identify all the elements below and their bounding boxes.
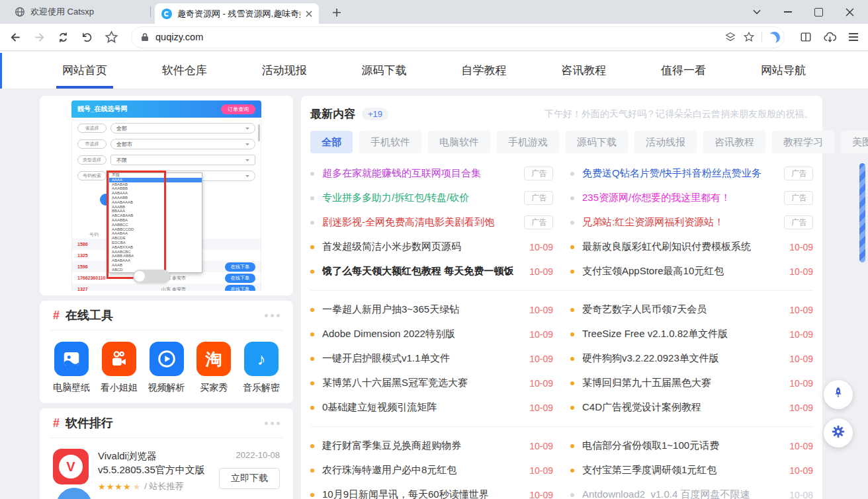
item-title[interactable]: 0基础建立短视频引流矩阵: [322, 401, 437, 414]
settings-button[interactable]: [824, 418, 853, 447]
list-item[interactable]: 10月9日新闻早讯，每天60秒读懂世界10-09: [310, 482, 553, 499]
order-online-button[interactable]: 在线下单: [225, 285, 255, 291]
back-icon[interactable]: [9, 31, 22, 44]
item-title[interactable]: 免费送Q钻名片赞/快手抖音粉丝点赞业务: [582, 167, 761, 180]
page-scrollbar[interactable]: [859, 163, 865, 262]
list-item[interactable]: Adobe Dimension 2022特别版10-09: [310, 322, 553, 346]
reload-icon[interactable]: [57, 31, 69, 44]
menu-icon[interactable]: [848, 32, 859, 42]
list-item[interactable]: 农行珠海特邀用户必中8元红包10-09: [310, 458, 553, 482]
list-item[interactable]: 一键开启护眼模式v1.1单文件10-09: [310, 346, 553, 371]
list-item[interactable]: 电信部分省份领取1~100元话费10-09: [570, 434, 813, 458]
app-row[interactable]: V Vivaldi浏览器 v5.5.2805.35官方中文版 ★★★★ ★ / …: [40, 438, 293, 492]
more-dots-icon[interactable]: [265, 422, 280, 425]
more-dots-icon[interactable]: [265, 314, 280, 317]
tool-item[interactable]: 视频解析: [146, 342, 188, 394]
item-title[interactable]: 235资源网/你想要的我这里都有！: [582, 192, 730, 204]
category-tab[interactable]: 全部: [310, 131, 353, 153]
promo-card[interactable]: 靓号_在线选号网 订单查询 省选择全部市选择全部市类型选择不限号码检索 号码 1…: [40, 96, 293, 295]
order-online-button[interactable]: 在线下单: [225, 274, 255, 283]
tool-item[interactable]: 电脑壁纸: [50, 342, 93, 394]
item-title[interactable]: 兄弟站:红尘资源网福利资源站！: [582, 216, 724, 229]
list-item[interactable]: 专业拼多多助力/拆红包/转盘/砍价广告: [310, 186, 553, 210]
new-tab-button[interactable]: [329, 5, 344, 20]
tab-close-icon[interactable]: [306, 11, 312, 17]
tool-item[interactable]: ♪音乐解密: [240, 342, 282, 394]
maximize-button[interactable]: [803, 0, 834, 24]
minimize-button[interactable]: [772, 0, 803, 24]
item-title[interactable]: 一拳超人新用户抽3~365天绿钻: [322, 303, 459, 316]
undo-icon[interactable]: [81, 31, 93, 44]
category-tab[interactable]: 电脑软件: [428, 131, 490, 153]
list-item[interactable]: 爱奇艺数字人民币领7天会员10-09: [570, 297, 813, 322]
list-item[interactable]: 一拳超人新用户抽3~365天绿钻10-09: [310, 297, 553, 322]
category-tab[interactable]: 手机游戏: [497, 131, 559, 153]
tool-item[interactable]: 淘买家秀: [193, 342, 235, 394]
list-item[interactable]: 最新改良版彩虹代刷知识付费模板系统10-09: [570, 235, 813, 259]
forward-icon[interactable]: [33, 31, 46, 44]
nav-item-值得一看[interactable]: 值得一看: [657, 52, 710, 89]
list-item[interactable]: 超多在家就能赚钱的互联网项目合集广告: [310, 161, 553, 186]
app-name[interactable]: Vivaldi浏览器: [98, 449, 219, 463]
list-item[interactable]: 剧迷影视-全网免费高清电影美剧看到饱广告: [310, 210, 553, 235]
nav-item-自学教程[interactable]: 自学教程: [457, 52, 510, 89]
item-title[interactable]: 饿了么每天领大额红包教程 每天免费一顿饭: [322, 265, 513, 278]
close-button[interactable]: [834, 0, 865, 24]
category-tab[interactable]: 手机软件: [359, 131, 421, 153]
list-item[interactable]: 免费送Q钻名片赞/快手抖音粉丝点赞业务广告: [570, 161, 813, 186]
item-title[interactable]: 一键开启护眼模式v1.1单文件: [322, 352, 450, 365]
item-title[interactable]: 首发超级简洁小米步数网页源码: [322, 241, 461, 253]
item-title[interactable]: C4D广告视觉设计案例教程: [582, 401, 701, 414]
item-title[interactable]: 10月9日新闻早讯，每天60秒读懂世界: [322, 488, 489, 499]
url-text[interactable]: quqizy.com: [155, 32, 203, 42]
nav-item-源码下载[interactable]: 源码下载: [358, 52, 411, 89]
nav-item-网站导航[interactable]: 网站导航: [757, 52, 810, 89]
browser-tab-active[interactable]: 趣奇资源网 - 残雪资源网,趣味奇妙: [155, 3, 319, 24]
address-bar[interactable]: quqizy.com: [131, 26, 785, 48]
list-item[interactable]: 支付宝领AppStore最高10元红包10-09: [570, 259, 813, 284]
download-now-button[interactable]: 立即下载: [219, 468, 280, 489]
download-cloud-icon[interactable]: [823, 31, 837, 44]
field-select[interactable]: 全部市: [110, 139, 255, 149]
category-tab[interactable]: 活动线报: [634, 131, 697, 153]
home-star-icon[interactable]: [105, 30, 118, 44]
list-item[interactable]: 建行财富季集豆兑换商超购物券10-09: [310, 434, 553, 458]
list-item[interactable]: 某博第八十六届黑S冠军竞选大赛10-09: [310, 371, 553, 395]
item-title[interactable]: 最新改良版彩虹代刷知识付费模板系统: [582, 241, 751, 253]
field-select[interactable]: 全部: [110, 123, 255, 134]
item-title[interactable]: 建行财富季集豆兑换商超购物券: [322, 440, 461, 452]
item-title[interactable]: 支付宝第三季度调研领1元红包: [582, 464, 716, 477]
order-online-button[interactable]: 在线下单: [225, 262, 255, 272]
nav-item-咨讯教程[interactable]: 咨讯教程: [557, 52, 610, 89]
category-tab[interactable]: 咨讯教程: [703, 131, 765, 153]
dark-mode-moon-icon[interactable]: [769, 32, 780, 43]
list-item[interactable]: 首发超级简洁小米步数网页源码10-09: [310, 235, 553, 259]
tool-item[interactable]: 看小姐姐: [98, 342, 140, 394]
layers-icon[interactable]: [724, 31, 736, 43]
list-item[interactable]: 某博回归第九十五届黑色大赛10-09: [570, 371, 813, 395]
list-item[interactable]: 0基础建立短视频引流矩阵10-09: [310, 395, 553, 420]
field-select[interactable]: 不限: [110, 155, 255, 165]
list-item[interactable]: Antdownload2_v1.0.4 百度网盘不限速10-08: [570, 482, 813, 499]
tab-search-icon[interactable]: [741, 0, 772, 24]
nav-item-软件仓库[interactable]: 软件仓库: [158, 52, 211, 89]
list-item[interactable]: 兄弟站:红尘资源网福利资源站！广告: [570, 210, 813, 235]
category-tab[interactable]: 源码下载: [566, 131, 628, 153]
list-item[interactable]: 硬件狗狗v3.2.22.0923单文件版10-09: [570, 346, 813, 371]
back-to-top-button[interactable]: [824, 380, 853, 409]
item-title[interactable]: Antdownload2_v1.0.4 百度网盘不限速: [582, 488, 750, 499]
item-title[interactable]: 爱奇艺数字人民币领7天会员: [582, 303, 707, 316]
split-view-icon[interactable]: [800, 31, 812, 43]
item-title[interactable]: Adobe Dimension 2022特别版: [322, 328, 455, 340]
item-title[interactable]: 某博第八十六届黑S冠军竞选大赛: [322, 377, 468, 389]
item-title[interactable]: 电信部分省份领取1~100元话费: [582, 440, 719, 452]
bookmark-star-icon[interactable]: [743, 31, 755, 43]
nav-item-活动现报[interactable]: 活动现报: [258, 52, 311, 89]
item-title[interactable]: 超多在家就能赚钱的互联网项目合集: [322, 167, 481, 180]
list-item[interactable]: 235资源网/你想要的我这里都有！广告: [570, 186, 813, 210]
list-item[interactable]: 饿了么每天领大额红包教程 每天免费一顿饭10-09: [310, 259, 553, 284]
item-title[interactable]: TreeSize Free v2.1.0.82单文件版: [582, 328, 728, 340]
browser-tab-inactive[interactable]: 欢迎使用 Catsxp: [7, 0, 150, 24]
item-title[interactable]: 硬件狗狗v3.2.22.0923单文件版: [582, 352, 719, 365]
list-item[interactable]: 支付宝第三季度调研领1元红包10-09: [570, 458, 813, 482]
